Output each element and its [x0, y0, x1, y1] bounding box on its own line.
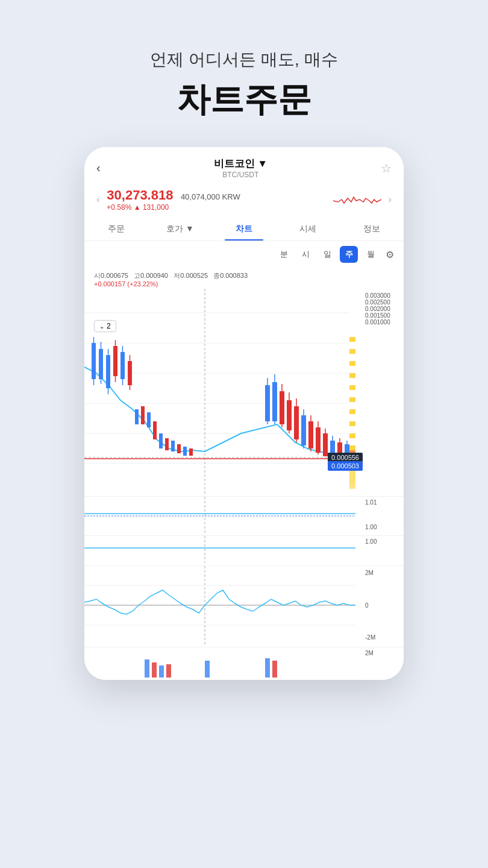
price-label-1: 0.003000 — [365, 292, 401, 299]
svg-rect-90 — [265, 658, 270, 678]
price-scale: 0.003000 0.002500 0.002000 0.001500 0.00… — [363, 289, 404, 494]
svg-rect-27 — [171, 441, 175, 451]
indicator-section-1: 1.01 1.00 — [84, 496, 404, 535]
ohlc-line1: 시0.000675 고0.000940 저0.000525 종0.000833 — [94, 271, 394, 280]
indicator-svg-1 — [84, 497, 355, 533]
bottom-chart — [84, 647, 363, 680]
svg-rect-64 — [349, 445, 355, 450]
price-change: +0.58% ▲ 131,000 — [107, 203, 325, 212]
svg-rect-59 — [349, 385, 355, 390]
svg-rect-30 — [189, 448, 193, 456]
ind2-val: 1.00 — [365, 538, 377, 545]
tab-chart[interactable]: 차트 — [212, 218, 276, 241]
coin-title: 비트코인 ▼ BTC/USDT — [214, 157, 268, 179]
ohlc-line2: +0.000157 (+23.22%) — [94, 280, 394, 288]
price-value: 30,273.818 — [107, 187, 173, 203]
top-bar: ‹ 비트코인 ▼ BTC/USDT ☆ — [84, 147, 404, 185]
svg-rect-63 — [349, 433, 355, 438]
osc-top: 2M — [365, 570, 401, 576]
price-row: ‹ 30,273.818 40,074,000 KRW +0.58% ▲ 131… — [84, 185, 404, 218]
svg-rect-71 — [349, 479, 355, 484]
svg-rect-87 — [159, 665, 164, 678]
svg-rect-62 — [349, 421, 355, 426]
bottom-bar: 2M — [84, 647, 404, 680]
svg-rect-29 — [183, 447, 187, 456]
coin-pair: BTC/USDT — [214, 171, 268, 179]
coin-name[interactable]: 비트코인 ▼ — [214, 157, 268, 171]
svg-rect-23 — [147, 412, 151, 427]
indicator-svg-2 — [84, 536, 355, 563]
chart-section: ⌄ 2 — [84, 289, 404, 496]
ind1-mid: 1.00 — [365, 524, 401, 530]
svg-rect-28 — [177, 444, 181, 453]
indicator-chart-1 — [84, 497, 363, 535]
oscillator-svg — [84, 566, 355, 644]
hero-subtitle: 언제 어디서든 매도, 매수 — [150, 48, 337, 71]
indicator-chart-2 — [84, 536, 363, 565]
oscillator-chart — [84, 566, 363, 647]
time-btn-min[interactable]: 분 — [275, 246, 293, 263]
price-label-3: 0.002000 — [365, 306, 401, 312]
bottom-svg — [84, 647, 355, 678]
price-main: 30,273.818 40,074,000 KRW +0.58% ▲ 131,0… — [107, 187, 325, 212]
svg-rect-60 — [349, 397, 355, 402]
indicator-scale-1: 1.01 1.00 — [363, 497, 404, 533]
svg-rect-70 — [349, 474, 355, 479]
volume-oscillator: 2M 0 -2M — [84, 565, 404, 647]
tab-market[interactable]: 시세 — [276, 218, 340, 241]
ohlc-info: 시0.000675 고0.000940 저0.000525 종0.000833 … — [84, 268, 404, 289]
tab-info[interactable]: 정보 — [340, 218, 404, 241]
tab-bar: 주문 호가 ▼ 차트 시세 정보 — [84, 218, 404, 241]
tab-orderbook[interactable]: 호가 ▼ — [148, 218, 212, 241]
chart-settings-icon[interactable]: ⚙ — [386, 249, 394, 260]
ind1-top: 1.01 — [365, 499, 401, 506]
bottom-label: 2M — [365, 650, 374, 656]
indicator-section-2: 1.00 — [84, 535, 404, 565]
prev-button[interactable]: ‹ — [96, 194, 99, 205]
next-button[interactable]: › — [389, 194, 392, 205]
svg-rect-61 — [349, 409, 355, 414]
osc-mid: 0 — [365, 602, 401, 609]
svg-rect-26 — [165, 438, 169, 450]
svg-rect-58 — [349, 373, 355, 378]
time-btn-hour[interactable]: 시 — [296, 246, 314, 263]
time-btn-month[interactable]: 월 — [361, 246, 380, 263]
indicator-scale-2: 1.00 — [363, 536, 404, 563]
svg-rect-89 — [205, 661, 210, 678]
svg-rect-86 — [152, 662, 157, 678]
time-btn-day[interactable]: 일 — [318, 246, 336, 263]
bottom-scale: 2M — [363, 647, 404, 678]
candlestick-chart[interactable]: ⌄ 2 — [84, 289, 363, 496]
svg-rect-25 — [159, 433, 163, 448]
osc-bot: -2M — [365, 634, 401, 641]
drag-badge: ⌄ 2 — [94, 320, 116, 332]
svg-rect-88 — [166, 664, 171, 678]
price-label-5: 0.001000 — [365, 319, 401, 326]
mini-chart — [333, 189, 381, 210]
favorite-icon[interactable]: ☆ — [381, 161, 392, 175]
svg-rect-56 — [349, 349, 355, 354]
chart-svg — [84, 289, 355, 494]
svg-rect-91 — [272, 661, 277, 678]
oscillator-scale: 2M 0 -2M — [363, 566, 404, 644]
svg-rect-24 — [153, 421, 157, 439]
svg-rect-55 — [349, 337, 355, 342]
svg-rect-72 — [349, 484, 355, 489]
phone-mockup: ‹ 비트코인 ▼ BTC/USDT ☆ ‹ 30,273.818 40,074,… — [84, 147, 404, 680]
back-button[interactable]: ‹ — [96, 161, 101, 175]
tab-order[interactable]: 주문 — [84, 218, 148, 241]
current-price-box2: 0.000503 — [328, 461, 363, 471]
svg-rect-57 — [349, 361, 355, 366]
hero-section: 언제 어디서든 매도, 매수 차트주문 — [150, 0, 337, 123]
price-label-2: 0.002500 — [365, 299, 401, 306]
chart-controls: 분 시 일 주 월 ⚙ — [84, 241, 404, 268]
price-krw: 40,074,000 KRW — [181, 192, 240, 201]
svg-rect-85 — [145, 659, 149, 678]
time-btn-week[interactable]: 주 — [340, 246, 358, 263]
hero-title: 차트주문 — [150, 77, 337, 123]
price-label-4: 0.001500 — [365, 312, 401, 319]
svg-rect-21 — [135, 409, 139, 424]
svg-rect-22 — [141, 406, 145, 424]
